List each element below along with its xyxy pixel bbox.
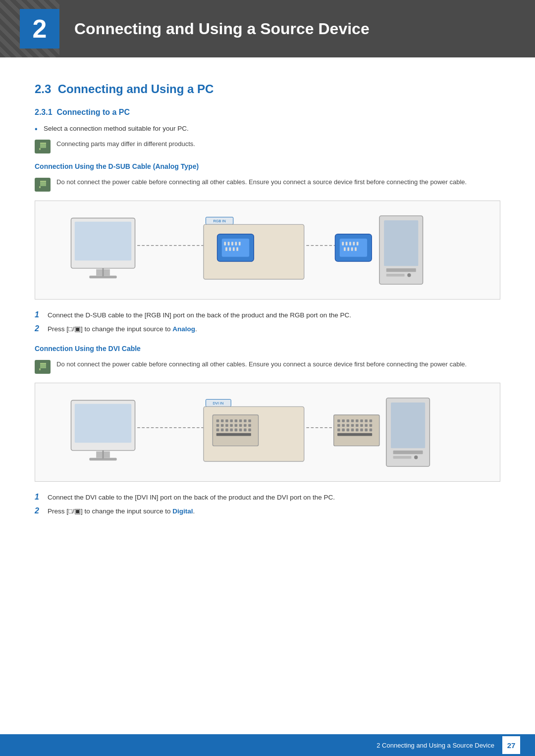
svg-rect-112	[360, 428, 363, 431]
svg-rect-101	[347, 424, 350, 427]
svg-rect-86	[244, 428, 247, 431]
analog-step-1: 1 Connect the D-SUB cable to the [RGB IN…	[35, 310, 500, 320]
note-row-analog: Do not connect the power cable before co…	[35, 177, 500, 192]
button-icon-analog: □/▣	[68, 325, 81, 333]
svg-rect-103	[356, 424, 359, 427]
svg-rect-37	[353, 242, 355, 245]
svg-rect-25	[235, 242, 237, 245]
dvi-diagram-svg: DVI IN	[45, 391, 490, 473]
analog-step-1-text: Connect the D-SUB cable to the [RGB IN] …	[48, 310, 351, 320]
footer-text: 2 Connecting and Using a Source Device	[376, 742, 494, 749]
svg-rect-23	[228, 242, 230, 245]
step-num-1: 1	[35, 310, 42, 319]
note-row-dvi: Do not connect the power cable before co…	[35, 359, 500, 374]
svg-text:RGB IN: RGB IN	[213, 219, 225, 223]
dvi-step-num-1: 1	[35, 493, 42, 502]
svg-rect-111	[356, 428, 359, 431]
svg-rect-69	[239, 419, 242, 422]
svg-rect-72	[216, 424, 219, 427]
svg-rect-41	[351, 247, 353, 251]
svg-rect-38	[357, 242, 359, 245]
subsection-heading: 2.3.1 Connecting to a PC	[35, 108, 500, 117]
svg-rect-114	[370, 428, 373, 431]
svg-rect-92	[342, 419, 345, 422]
svg-rect-100	[342, 424, 345, 427]
svg-rect-73	[221, 424, 224, 427]
svg-rect-40	[347, 247, 349, 251]
svg-rect-109	[347, 428, 350, 431]
analog-step-2-text: Press [□/▣] to change the input source t…	[48, 324, 197, 334]
button-icon-dvi: □/▣	[68, 507, 81, 515]
svg-rect-66	[225, 419, 228, 422]
svg-marker-1	[40, 143, 46, 148]
svg-rect-110	[351, 428, 354, 431]
svg-rect-117	[391, 403, 425, 448]
dvi-section-heading: Connection Using the DVI Cable	[35, 345, 500, 353]
svg-rect-35	[346, 242, 348, 245]
svg-rect-82	[225, 428, 228, 431]
svg-rect-11	[75, 222, 131, 260]
svg-rect-77	[239, 424, 242, 427]
svg-rect-26	[239, 242, 241, 245]
dvi-step-1: 1 Connect the DVI cable to the [DVI IN] …	[35, 493, 500, 503]
note-icon-1	[35, 140, 51, 153]
svg-rect-81	[221, 428, 224, 431]
header-title: Connecting and Using a Source Device	[74, 20, 370, 38]
diagram-analog: RGB IN	[35, 201, 500, 300]
svg-rect-80	[216, 428, 219, 431]
svg-rect-34	[342, 242, 344, 245]
svg-rect-104	[360, 424, 363, 427]
svg-rect-107	[337, 428, 340, 431]
section-heading: 2.3 Connecting and Using a PC	[35, 82, 500, 96]
svg-rect-105	[365, 424, 368, 427]
dvi-step-num-2: 2	[35, 506, 42, 515]
note-text-analog: Do not connect the power cable before co…	[56, 177, 467, 187]
chapter-number: 2	[20, 9, 59, 49]
svg-rect-113	[365, 428, 368, 431]
svg-rect-108	[342, 428, 345, 431]
svg-rect-28	[229, 247, 231, 251]
svg-rect-75	[230, 424, 233, 427]
page-footer: 2 Connecting and Using a Source Device 2…	[0, 734, 535, 756]
footer-page-number: 27	[502, 736, 520, 754]
svg-rect-119	[393, 455, 412, 458]
bullet-list: Select a connection method suitable for …	[35, 125, 500, 132]
svg-rect-97	[365, 419, 368, 422]
svg-rect-106	[370, 424, 373, 427]
svg-rect-46	[386, 274, 405, 277]
svg-rect-64	[216, 419, 219, 422]
svg-rect-71	[248, 419, 251, 422]
svg-rect-65	[221, 419, 224, 422]
svg-marker-49	[40, 363, 46, 368]
svg-rect-67	[230, 419, 233, 422]
analog-section-heading: Connection Using the D-SUB Cable (Analog…	[35, 162, 500, 170]
note-icon-analog	[35, 178, 51, 192]
svg-rect-44	[384, 220, 418, 266]
step-num-2: 2	[35, 324, 42, 333]
svg-rect-70	[244, 419, 247, 422]
note-text-1: Connecting parts may differ in different…	[56, 139, 195, 149]
dvi-step-2-text: Press [□/▣] to change the input source t…	[48, 506, 195, 516]
svg-rect-95	[356, 419, 359, 422]
svg-rect-96	[360, 419, 363, 422]
svg-rect-42	[355, 247, 357, 251]
note-icon-dvi	[35, 360, 51, 374]
svg-rect-27	[225, 247, 227, 251]
svg-rect-48	[39, 368, 41, 370]
svg-rect-94	[351, 419, 354, 422]
pencil-icon-2	[38, 180, 48, 190]
svg-rect-74	[225, 424, 228, 427]
svg-rect-79	[248, 424, 251, 427]
svg-rect-98	[370, 419, 373, 422]
svg-rect-88	[216, 433, 251, 436]
note-row-1: Connecting parts may differ in different…	[35, 139, 500, 153]
dvi-highlight: Digital	[172, 507, 193, 515]
svg-rect-93	[347, 419, 350, 422]
header-banner: 2 Connecting and Using a Source Device	[0, 0, 535, 57]
svg-point-47	[407, 273, 411, 277]
svg-rect-29	[233, 247, 235, 251]
svg-rect-36	[349, 242, 351, 245]
analog-step-2: 2 Press [□/▣] to change the input source…	[35, 324, 500, 334]
svg-rect-102	[351, 424, 354, 427]
svg-rect-45	[386, 268, 416, 272]
